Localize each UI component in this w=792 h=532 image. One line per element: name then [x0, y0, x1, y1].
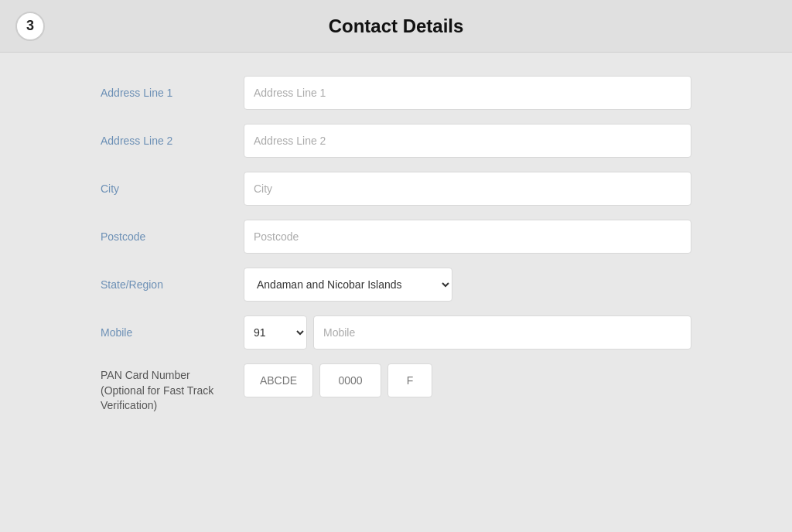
form-area: Address Line 1 Address Line 2 City Postc… — [0, 53, 792, 532]
state-region-select[interactable]: Andaman and Nicobar IslandsAndhra Prades… — [244, 268, 452, 302]
pan-card-label: PAN Card Number (Optional for Fast Track… — [101, 363, 244, 414]
address-line-2-label: Address Line 2 — [101, 134, 244, 148]
mobile-row: Mobile 91 1 44 61 — [101, 315, 691, 350]
postcode-input[interactable] — [244, 220, 691, 254]
mobile-country-code-select[interactable]: 91 1 44 61 — [244, 315, 307, 350]
header: 3 Contact Details — [0, 0, 792, 53]
address-line-1-input[interactable] — [244, 76, 691, 110]
address-line-2-row: Address Line 2 — [101, 124, 691, 158]
page-title: Contact Details — [329, 15, 464, 37]
mobile-input-group: 91 1 44 61 — [244, 315, 691, 350]
step-badge: 3 — [15, 12, 45, 41]
address-line-2-input[interactable] — [244, 124, 691, 158]
postcode-row: Postcode — [101, 220, 691, 254]
pan-card-row: PAN Card Number (Optional for Fast Track… — [101, 363, 691, 414]
address-line-1-label: Address Line 1 — [101, 86, 244, 100]
pan-input-2[interactable] — [319, 363, 381, 397]
mobile-label: Mobile — [101, 326, 244, 339]
city-label: City — [101, 182, 244, 196]
postcode-label: Postcode — [101, 230, 244, 244]
pan-input-3[interactable] — [387, 363, 432, 397]
mobile-input[interactable] — [313, 315, 691, 350]
city-row: City — [101, 172, 691, 206]
step-number: 3 — [26, 18, 34, 34]
pan-input-1[interactable] — [244, 363, 313, 397]
pan-inputs-group — [244, 363, 432, 397]
city-input[interactable] — [244, 172, 691, 206]
page-container: 3 Contact Details Address Line 1 Address… — [0, 0, 792, 532]
state-region-row: State/Region Andaman and Nicobar Islands… — [101, 268, 691, 302]
state-region-label: State/Region — [101, 278, 244, 292]
address-line-1-row: Address Line 1 — [101, 76, 691, 110]
